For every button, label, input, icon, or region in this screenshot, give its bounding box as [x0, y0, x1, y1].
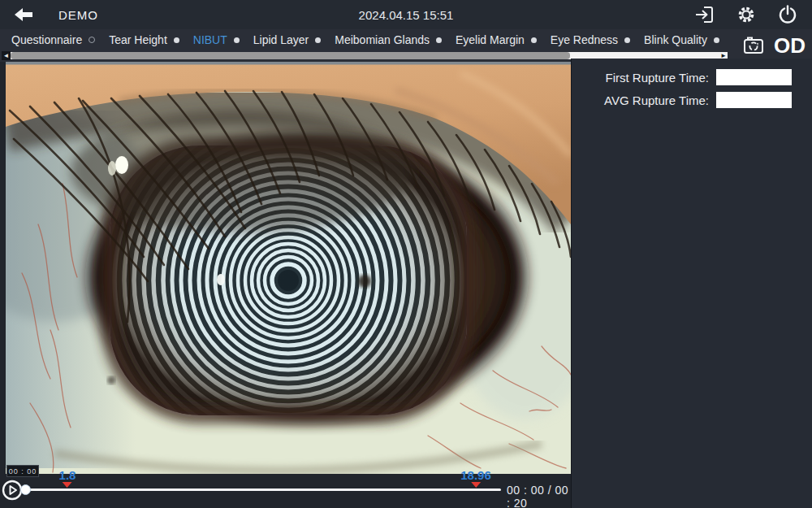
tab-lipid-layer[interactable]: Lipid Layer	[253, 33, 322, 46]
timeline-track[interactable]	[24, 488, 501, 491]
nibut-exam-screen: DEMO 2024.04.15 15:51 Questionnaire	[0, 0, 812, 508]
top-bar: DEMO 2024.04.15 15:51	[0, 0, 812, 29]
eye-side-label[interactable]: OD	[774, 35, 806, 56]
tab-tear-height[interactable]: Tear Height	[109, 33, 179, 46]
status-dot-icon	[234, 37, 240, 43]
eye-placido-image	[6, 62, 571, 474]
avg-rupture-row: AVG Rupture Time:	[572, 92, 792, 108]
tab-blink-quality[interactable]: Blink Quality	[644, 33, 719, 46]
datetime-label: 2024.04.15 15:51	[0, 8, 812, 22]
gear-icon[interactable]	[736, 5, 756, 24]
first-rupture-marker: 1.8	[59, 470, 76, 488]
time-tooltip: 00 : 00	[6, 465, 39, 477]
logout-icon[interactable]	[694, 5, 715, 24]
status-dot-icon	[714, 37, 719, 43]
power-icon[interactable]	[778, 5, 797, 24]
camera-switch-icon[interactable]	[743, 36, 764, 55]
time-display: 00 : 00 / 00 : 20	[507, 484, 571, 508]
video-frame	[6, 62, 571, 474]
first-rupture-marker-value: 1.8	[59, 470, 76, 481]
first-rupture-label: First Rupture Time:	[605, 71, 709, 85]
exam-tab-bar: Questionnaire Tear Height NIBUT Lipid La…	[0, 29, 812, 62]
tab-questionnaire[interactable]: Questionnaire	[11, 33, 95, 46]
scroll-left-arrow-icon[interactable]: ◄	[2, 51, 11, 60]
status-dot-icon	[315, 37, 321, 43]
avg-rupture-label: AVG Rupture Time:	[604, 93, 709, 107]
tab-eyelid-margin[interactable]: Eyelid Margin	[456, 33, 537, 46]
avg-rupture-marker-value: 18.96	[460, 470, 491, 481]
tab-nibut[interactable]: NIBUT	[193, 33, 240, 46]
status-dot-icon	[436, 37, 442, 43]
status-dot-icon	[174, 37, 179, 43]
first-rupture-row: First Rupture Time:	[572, 69, 792, 85]
status-dot-hollow-icon	[89, 37, 95, 43]
tab-row: Questionnaire Tear Height NIBUT Lipid La…	[11, 29, 731, 50]
tab-meibomian-glands[interactable]: Meibomian Glands	[335, 33, 442, 46]
timeline-thumb[interactable]	[20, 484, 31, 495]
scrollbar-thumb[interactable]	[11, 52, 570, 59]
playback-bar: 00 : 00 1.8 18.96 00 : 00 / 00 : 20	[0, 474, 571, 508]
avg-rupture-input[interactable]	[716, 92, 792, 108]
status-dot-icon	[624, 37, 630, 43]
tab-eye-redness[interactable]: Eye Redness	[551, 33, 630, 46]
capture-block: OD	[732, 29, 812, 62]
first-rupture-input[interactable]	[716, 69, 792, 85]
results-panel: First Rupture Time: AVG Rupture Time:	[571, 59, 812, 508]
status-dot-icon	[531, 37, 537, 43]
avg-rupture-marker: 18.96	[460, 470, 491, 488]
marker-triangle-icon	[471, 482, 481, 488]
marker-triangle-icon	[63, 482, 72, 488]
